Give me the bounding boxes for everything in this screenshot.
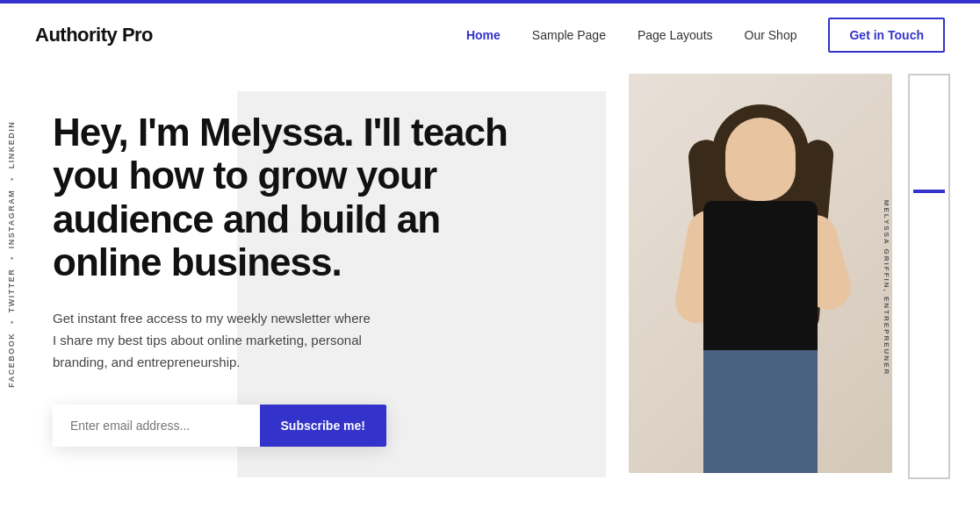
person-image-frame xyxy=(629,74,892,473)
social-facebook[interactable]: Facebook xyxy=(7,333,16,388)
get-in-touch-button[interactable]: Get in Touch xyxy=(828,18,945,53)
social-linkedin[interactable]: LinkedIn xyxy=(7,121,16,169)
nav-our-shop[interactable]: Our Shop xyxy=(745,28,797,42)
social-divider-2 xyxy=(11,257,13,260)
subscribe-button[interactable]: Subscribe me! xyxy=(260,405,386,447)
social-sidebar: LinkedIn Instagram Twitter Facebook xyxy=(0,121,23,388)
hero-subtitle: Get instant free access to my weekly new… xyxy=(53,308,378,373)
face xyxy=(725,118,796,201)
social-divider-1 xyxy=(11,177,13,180)
jeans xyxy=(703,350,818,473)
main-nav: Home Sample Page Page Layouts Our Shop G… xyxy=(466,18,945,53)
nav-home[interactable]: Home xyxy=(466,28,501,42)
right-sidebar-border xyxy=(908,74,950,479)
site-logo[interactable]: Authority Pro xyxy=(35,24,466,47)
email-input[interactable] xyxy=(53,405,260,447)
person-label: MELYSSA GRIFFIN, ENTREPREUNER xyxy=(883,200,890,376)
nav-page-layouts[interactable]: Page Layouts xyxy=(638,28,713,42)
header: Authority Pro Home Sample Page Page Layo… xyxy=(0,4,980,67)
person-figure xyxy=(646,96,875,473)
social-instagram[interactable]: Instagram xyxy=(7,189,16,247)
hero-left: Hey, I'm Melyssa. I'll teach you how to … xyxy=(53,67,544,447)
hero-image-area xyxy=(629,74,910,479)
hero-title: Hey, I'm Melyssa. I'll teach you how to … xyxy=(53,111,544,283)
subscribe-form: Subscribe me! xyxy=(53,405,386,447)
shirt xyxy=(703,201,818,359)
social-divider-3 xyxy=(11,321,13,324)
nav-sample-page[interactable]: Sample Page xyxy=(532,28,606,42)
social-twitter[interactable]: Twitter xyxy=(7,269,16,313)
main-content: Hey, I'm Melyssa. I'll teach you how to … xyxy=(0,67,980,509)
